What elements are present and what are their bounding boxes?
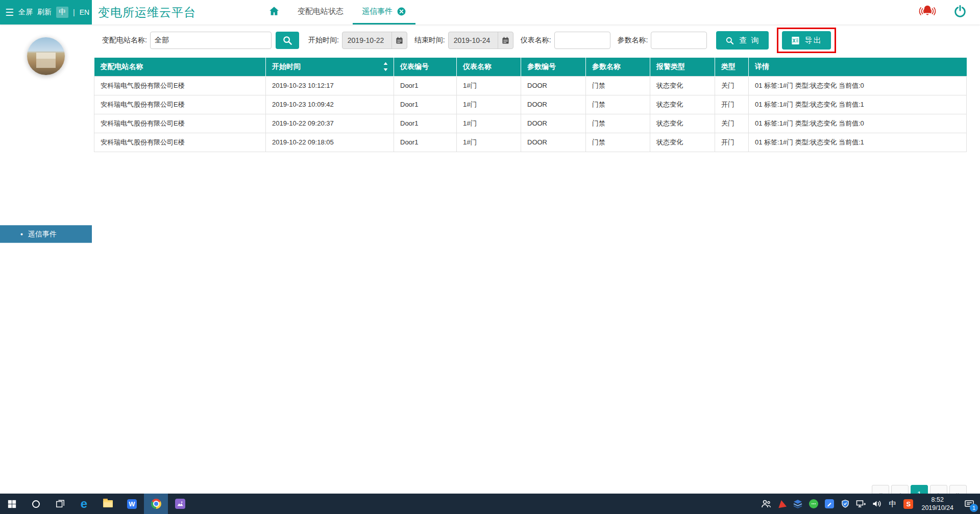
table-row[interactable]: 安科瑞电气股份有限公司E楼2019-10-23 10:09:42Door11#门… bbox=[94, 95, 967, 114]
sidebar-item-system-settings[interactable]: 系统设置 bbox=[0, 417, 92, 437]
sidebar-item-power-monitoring[interactable]: 电力监测 bbox=[0, 143, 92, 164]
export-button[interactable]: 导出 bbox=[782, 31, 831, 50]
tray-shield-icon[interactable] bbox=[837, 494, 853, 514]
sidebar-item-safety[interactable]: 安全用电 bbox=[0, 314, 92, 335]
calendar-icon[interactable] bbox=[391, 32, 407, 48]
table-cell: 01 标签:1#门 类型:状态变化 当前值:1 bbox=[749, 133, 967, 152]
table-cell: 门禁 bbox=[586, 95, 650, 114]
table-body: 安科瑞电气股份有限公司E楼2019-10-23 10:12:17Door11#门… bbox=[94, 76, 967, 152]
table-row[interactable]: 安科瑞电气股份有限公司E楼2019-10-22 09:20:37Door11#门… bbox=[94, 114, 967, 133]
cortana-button[interactable] bbox=[24, 494, 48, 514]
filter-bar: 变配电站名称: 开始时间: 2019-10-22 结束时间: 2019-10-2… bbox=[92, 25, 980, 56]
table-cell: 安科瑞电气股份有限公司E楼 bbox=[94, 95, 266, 114]
event-record-icon bbox=[13, 210, 23, 220]
alarm-bell-icon[interactable] bbox=[916, 4, 939, 21]
param-name-input[interactable] bbox=[651, 32, 707, 49]
sidebar-item-environment[interactable]: 运行环境 bbox=[0, 335, 92, 355]
tray-chat-icon[interactable] bbox=[805, 494, 821, 514]
tab-label: 变配电站状态 bbox=[298, 7, 344, 16]
column-header[interactable]: 参数名称 bbox=[586, 58, 650, 76]
column-header[interactable]: 详情 bbox=[749, 58, 967, 76]
sidebar-item-sms-log[interactable]: •短信日志 bbox=[0, 279, 92, 297]
people-button[interactable] bbox=[758, 494, 774, 514]
home-icon bbox=[268, 5, 280, 19]
calendar-icon[interactable] bbox=[498, 32, 513, 48]
edge-button[interactable]: e bbox=[72, 494, 96, 514]
table-cell: 门禁 bbox=[586, 133, 650, 152]
table-cell: Door1 bbox=[394, 95, 457, 114]
photos-button[interactable] bbox=[168, 494, 192, 514]
tab-close-icon[interactable] bbox=[397, 7, 406, 16]
table-header: 变配电站名称开始时间仪表编号仪表名称参数编号参数名称报警类型类型详情 bbox=[94, 58, 967, 76]
home-tab[interactable] bbox=[260, 0, 288, 25]
task-view-button[interactable] bbox=[48, 494, 72, 514]
sidebar-item-label: 设备档案 bbox=[32, 361, 62, 371]
network-icon[interactable] bbox=[853, 494, 869, 514]
table-cell: 开门 bbox=[715, 95, 749, 114]
sidebar-item-event-record[interactable]: 事件记录 bbox=[0, 205, 92, 225]
sidebar-item-user-report[interactable]: 用户报告 bbox=[0, 396, 92, 417]
logout-power-button[interactable] bbox=[953, 5, 967, 20]
column-header[interactable]: 参数编号 bbox=[521, 58, 586, 76]
tab-station-status[interactable]: 变配电站状态 bbox=[288, 0, 353, 25]
search-button[interactable] bbox=[276, 32, 299, 49]
start-date-value: 2019-10-22 bbox=[348, 36, 384, 44]
start-date-input[interactable]: 2019-10-22 bbox=[342, 32, 407, 49]
column-header[interactable]: 类型 bbox=[715, 58, 749, 76]
bullet-icon: • bbox=[20, 284, 23, 292]
volume-icon[interactable] bbox=[869, 494, 885, 514]
table-cell: 1#门 bbox=[457, 95, 521, 114]
sort-icon[interactable] bbox=[383, 62, 388, 73]
sidebar-item-platform-run-log[interactable]: •平台运行日志 bbox=[0, 297, 92, 314]
menu-toggle-icon[interactable]: ☰ bbox=[5, 7, 14, 18]
table-cell: 1#门 bbox=[457, 133, 521, 152]
sidebar-item-limit-events[interactable]: •越限事件 bbox=[0, 243, 92, 261]
table-row[interactable]: 安科瑞电气股份有限公司E楼2019-10-23 10:12:17Door11#门… bbox=[94, 76, 967, 95]
bullet-icon: • bbox=[20, 230, 23, 238]
fullscreen-button[interactable]: 全屏 bbox=[18, 8, 33, 17]
table-cell: DOOR bbox=[521, 133, 586, 152]
sogou-icon[interactable]: S bbox=[900, 494, 916, 514]
meter-name-input[interactable] bbox=[554, 32, 610, 49]
sidebar-item-telemetry-events[interactable]: •遥信事件 bbox=[0, 225, 92, 243]
table-cell: Door1 bbox=[394, 76, 457, 95]
tray-app-stack-icon[interactable] bbox=[790, 494, 805, 514]
table-cell: 安科瑞电气股份有限公司E楼 bbox=[94, 76, 266, 95]
tray-app-red-icon[interactable] bbox=[774, 494, 790, 514]
sidebar-item-electricity-analysis[interactable]: 用电分析 bbox=[0, 184, 92, 205]
end-date-input[interactable]: 2019-10-24 bbox=[448, 32, 513, 49]
chrome-button[interactable] bbox=[144, 494, 168, 514]
notification-badge: 1 bbox=[970, 504, 978, 512]
column-header[interactable]: 仪表编号 bbox=[394, 58, 457, 76]
column-header[interactable]: 开始时间 bbox=[266, 58, 394, 76]
station-name-input[interactable] bbox=[150, 32, 272, 49]
file-explorer-button[interactable] bbox=[96, 494, 120, 514]
environment-icon bbox=[13, 340, 23, 350]
lang-zh-button[interactable]: 中 bbox=[56, 7, 68, 18]
lang-en-button[interactable]: EN bbox=[80, 8, 89, 16]
sidebar-item-om-management[interactable]: 运维管理 bbox=[0, 376, 92, 396]
column-header[interactable]: 报警类型 bbox=[650, 58, 715, 76]
sidebar-item-power-quality[interactable]: 电能质量 bbox=[0, 164, 92, 184]
query-button[interactable]: 查 询 bbox=[716, 31, 768, 50]
sidebar-item-label: 运维管理 bbox=[32, 381, 62, 391]
sidebar-item-label: 运行环境 bbox=[32, 340, 62, 350]
sidebar-item-operation-log[interactable]: •操作日志 bbox=[0, 261, 92, 279]
wps-button[interactable]: W bbox=[120, 494, 144, 514]
ime-indicator[interactable]: 中 bbox=[885, 494, 900, 514]
tab-telemetry-events[interactable]: 遥信事件 bbox=[353, 0, 415, 25]
start-button[interactable] bbox=[0, 494, 24, 514]
sidebar-item-label: 事件记录 bbox=[32, 210, 62, 220]
column-header[interactable]: 仪表名称 bbox=[457, 58, 521, 76]
table-row[interactable]: 安科瑞电气股份有限公司E楼2019-10-22 09:18:05Door11#门… bbox=[94, 133, 967, 152]
action-center-button[interactable]: 1 bbox=[959, 494, 980, 514]
taskbar-clock[interactable]: 8:52 2019/10/24 bbox=[916, 496, 959, 512]
sidebar-item-overview[interactable]: 概况 bbox=[0, 123, 92, 143]
sidebar-item-device-archive[interactable]: 设备档案 bbox=[0, 355, 92, 376]
refresh-button[interactable]: 刷新 bbox=[37, 8, 52, 17]
table-cell: DOOR bbox=[521, 76, 586, 95]
sidebar-item-label: 电力监测 bbox=[32, 149, 62, 159]
column-header[interactable]: 变配电站名称 bbox=[94, 58, 266, 76]
tray-note-icon[interactable] bbox=[821, 494, 837, 514]
om-management-icon bbox=[13, 381, 23, 391]
